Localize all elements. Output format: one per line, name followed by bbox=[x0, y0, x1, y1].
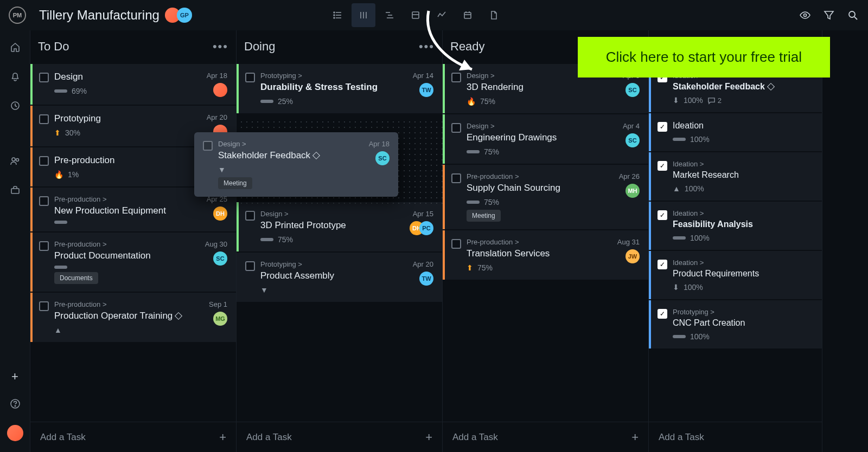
help-icon[interactable] bbox=[9, 398, 21, 410]
assignee-avatar[interactable] bbox=[213, 83, 227, 97]
expand-icon[interactable]: ▼ bbox=[218, 165, 226, 174]
task-percent: 75% bbox=[278, 235, 293, 244]
task-card[interactable]: ✓ Prototyping > CNC Part Creation 100% bbox=[649, 300, 822, 348]
task-tag[interactable]: Meeting bbox=[467, 210, 501, 222]
task-title: Production Operator Training bbox=[54, 311, 203, 321]
checkbox-icon[interactable] bbox=[39, 156, 49, 166]
dragging-card[interactable]: Design > Stakeholder Feedback ▼ Meeting … bbox=[194, 132, 398, 197]
home-icon[interactable] bbox=[9, 41, 21, 53]
task-card[interactable]: ✓ Ideation > Product Requirements ⬇100% bbox=[649, 251, 822, 299]
search-icon[interactable] bbox=[846, 9, 859, 22]
column-title: To Do bbox=[38, 40, 69, 54]
assignee-avatar[interactable]: DH bbox=[213, 206, 227, 221]
assignee-avatar[interactable]: SC bbox=[375, 151, 390, 165]
avatar-gp[interactable]: GP bbox=[177, 8, 192, 23]
checkbox-icon[interactable] bbox=[245, 261, 255, 271]
collapse-icon[interactable]: ▲ bbox=[54, 326, 62, 334]
svg-line-21 bbox=[854, 17, 857, 20]
list-view-icon[interactable] bbox=[326, 3, 349, 27]
comments-icon[interactable]: 2 bbox=[707, 96, 722, 105]
checkbox-done-icon[interactable]: ✓ bbox=[658, 122, 667, 132]
add-task-button[interactable]: Add a Task+ bbox=[30, 422, 236, 452]
recent-icon[interactable] bbox=[9, 100, 21, 112]
checkbox-done-icon[interactable]: ✓ bbox=[658, 210, 667, 220]
app-logo[interactable]: PM bbox=[9, 7, 26, 24]
task-tag[interactable]: Meeting bbox=[218, 177, 252, 189]
expand-icon[interactable]: ▼ bbox=[260, 286, 268, 294]
checkbox-icon[interactable] bbox=[39, 301, 49, 311]
checkbox-done-icon[interactable]: ✓ bbox=[658, 161, 667, 171]
add-task-button[interactable]: Add a Task+ bbox=[237, 422, 442, 452]
checkbox-icon[interactable] bbox=[245, 73, 255, 82]
task-card[interactable]: Design 69% Apr 18 bbox=[30, 64, 236, 105]
column-menu-icon[interactable]: ••• bbox=[213, 40, 228, 54]
task-card[interactable]: Pre-production > Translation Services ⬆7… bbox=[443, 230, 648, 280]
task-card[interactable]: Prototyping > Product Assembly ▼ Apr 20T… bbox=[237, 253, 442, 302]
checkbox-done-icon[interactable]: ✓ bbox=[658, 309, 667, 319]
assignee-avatar[interactable]: TW bbox=[419, 83, 433, 97]
checkbox-icon[interactable] bbox=[451, 123, 461, 133]
checkbox-icon[interactable] bbox=[451, 239, 461, 249]
task-card[interactable]: ✓ Ideation > Feasibility Analysis 100% bbox=[649, 202, 822, 250]
checkbox-icon[interactable] bbox=[39, 73, 49, 82]
task-card[interactable]: Pre-production > Supply Chain Sourcing 7… bbox=[443, 165, 648, 229]
team-icon[interactable] bbox=[9, 155, 21, 167]
progress-icon bbox=[673, 335, 686, 338]
progress-icon bbox=[673, 138, 686, 141]
task-card[interactable]: Design > Engineering Drawings 75% Apr 4S… bbox=[443, 114, 648, 164]
kanban-board: To Do ••• Design 69% Apr 18 Prototyping … bbox=[30, 30, 868, 452]
task-breadcrumb: Pre-production > bbox=[467, 172, 614, 180]
column-todo: To Do ••• Design 69% Apr 18 Prototyping … bbox=[30, 30, 237, 452]
task-breadcrumb: Pre-production > bbox=[54, 300, 203, 308]
task-card[interactable]: ✓ Ideation > Market Research ▲100% bbox=[649, 152, 822, 201]
collapse-icon[interactable]: ▲ bbox=[673, 184, 680, 193]
board-view-icon[interactable] bbox=[352, 3, 375, 27]
priority-up-icon: ⬆ bbox=[54, 128, 61, 137]
task-tag[interactable]: Documents bbox=[54, 272, 98, 284]
add-icon[interactable]: + bbox=[9, 371, 21, 383]
task-card[interactable]: Pre-production > Product Documentation D… bbox=[30, 233, 236, 292]
column-done: ✓ Ideation > Stakeholder Feedback ⬇100%2… bbox=[649, 30, 822, 452]
cta-banner[interactable]: Click here to start your free trial bbox=[578, 37, 830, 78]
task-date: Apr 20 bbox=[413, 260, 433, 268]
task-breadcrumb: Prototyping > bbox=[673, 308, 813, 316]
assignee-avatar[interactable]: MG bbox=[213, 312, 227, 326]
task-percent: 75% bbox=[484, 198, 499, 206]
member-avatars[interactable]: GP bbox=[168, 8, 192, 23]
briefcase-icon[interactable] bbox=[9, 184, 21, 196]
assignee-avatar[interactable]: JW bbox=[626, 249, 640, 263]
checkbox-icon[interactable] bbox=[39, 196, 49, 206]
checkbox-icon[interactable] bbox=[39, 114, 49, 124]
svg-point-5 bbox=[334, 17, 335, 18]
task-title: Stakeholder Feedback bbox=[218, 150, 363, 161]
task-percent: 100% bbox=[690, 332, 710, 341]
checkbox-icon[interactable] bbox=[451, 173, 461, 183]
add-task-button[interactable]: Add a Task+ bbox=[443, 422, 648, 452]
bell-icon[interactable] bbox=[9, 70, 21, 82]
assignee-avatar[interactable]: SC bbox=[626, 133, 640, 147]
assignee-avatar[interactable]: TW bbox=[419, 272, 433, 286]
visibility-icon[interactable] bbox=[799, 9, 812, 22]
user-avatar-icon[interactable] bbox=[7, 425, 23, 441]
svg-point-3 bbox=[334, 12, 335, 13]
assignee-avatar[interactable]: MH bbox=[626, 184, 640, 198]
assignee-avatar[interactable]: SC bbox=[213, 251, 227, 266]
checkbox-icon[interactable] bbox=[39, 241, 49, 251]
checkbox-icon[interactable] bbox=[203, 141, 213, 151]
assignee-avatar[interactable]: SC bbox=[626, 83, 640, 97]
task-card[interactable]: Pre-production > Production Operator Tra… bbox=[30, 293, 236, 342]
assignee-avatar[interactable]: PC bbox=[419, 221, 433, 235]
task-breadcrumb: Design > bbox=[218, 140, 363, 148]
task-title: CNC Part Creation bbox=[673, 318, 813, 328]
task-card[interactable]: Design > 3D Printed Prototype 75% Apr 15… bbox=[237, 202, 442, 251]
gantt-view-icon[interactable] bbox=[378, 3, 401, 27]
checkbox-icon[interactable] bbox=[245, 211, 255, 221]
task-title: Market Research bbox=[673, 170, 813, 180]
checkbox-done-icon[interactable]: ✓ bbox=[658, 260, 667, 269]
task-title: Translation Services bbox=[467, 248, 612, 259]
task-percent: 75% bbox=[480, 97, 495, 106]
filter-icon[interactable] bbox=[822, 9, 835, 22]
task-card[interactable]: Prototyping > Durability & Stress Testin… bbox=[237, 64, 442, 113]
task-card[interactable]: ✓ Ideation 100% bbox=[649, 113, 822, 151]
add-task-button[interactable]: Add a Task bbox=[649, 422, 822, 452]
